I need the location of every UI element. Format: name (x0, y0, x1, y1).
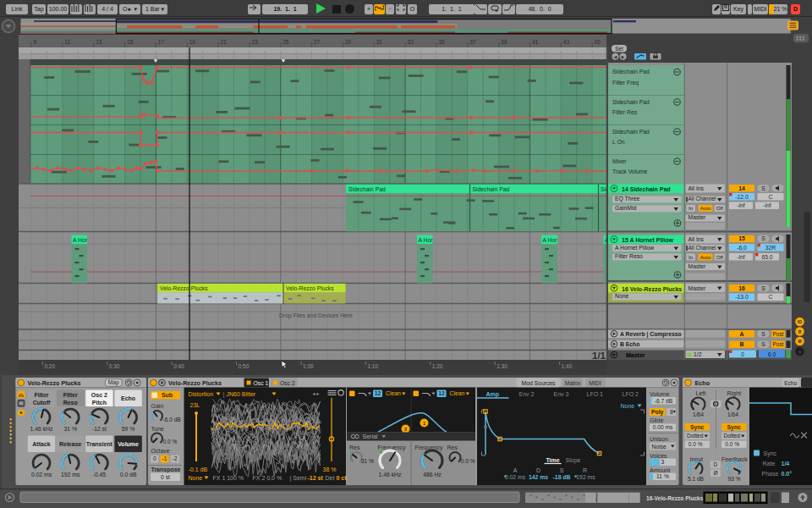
svg-text:Noise: Noise (652, 444, 667, 450)
svg-text:Auto: Auto (700, 205, 711, 211)
svg-text:0.0 %: 0.0 % (725, 441, 739, 447)
svg-text:37: 37 (469, 39, 476, 45)
svg-text:0.02 ms: 0.02 ms (505, 474, 526, 480)
svg-text:Transient: Transient (86, 441, 113, 447)
svg-text:23L: 23L (190, 402, 200, 408)
svg-text:Res: Res (349, 444, 360, 450)
svg-text:45: 45 (595, 39, 601, 45)
svg-text:None: None (189, 475, 203, 481)
svg-text:0.0 %: 0.0 % (689, 441, 703, 447)
svg-text:Env 2: Env 2 (519, 391, 535, 397)
svg-text:EQ Three: EQ Three (615, 196, 640, 202)
svg-text:Post: Post (773, 341, 784, 347)
svg-text:Amount: Amount (650, 467, 670, 473)
svg-text:3: 3 (661, 459, 665, 465)
svg-text:31 %: 31 % (63, 426, 77, 432)
svg-text:41: 41 (532, 39, 539, 45)
svg-text:Voices: Voices (650, 453, 667, 459)
svg-text:Clean: Clean (450, 390, 465, 396)
svg-text:0.0 dB: 0.0 dB (120, 472, 137, 478)
svg-text:Osc 2: Osc 2 (91, 392, 107, 398)
svg-text:Set: Set (615, 46, 623, 52)
svg-text:Velo-Rezzo Plucks: Velo-Rezzo Plucks (168, 379, 222, 387)
svg-text:All Ins: All Ins (689, 236, 705, 242)
svg-text:FX 2 0.0 %: FX 2 0.0 % (253, 475, 283, 481)
svg-text:B Echo: B Echo (620, 341, 639, 347)
svg-text:S: S (761, 185, 765, 191)
svg-text:142 ms: 142 ms (529, 474, 548, 480)
svg-text:15 A Hornet Pillow: 15 A Hornet Pillow (622, 237, 673, 243)
svg-text:Ø: Ø (713, 470, 717, 476)
svg-text:Velo-Rezzo Plucks: Velo-Rezzo Plucks (160, 285, 208, 291)
svg-text:0.0 %: 0.0 % (461, 458, 475, 464)
svg-text:S: S (560, 467, 564, 473)
svg-text:31: 31 (376, 39, 383, 45)
svg-text:1: 1 (423, 421, 425, 426)
svg-text:39: 39 (501, 39, 508, 45)
svg-text:MIDI: MIDI (589, 380, 601, 386)
svg-text:16: 16 (738, 285, 745, 291)
svg-text:1:00: 1:00 (303, 363, 314, 369)
svg-text:Sidechain Pad: Sidechain Pad (612, 69, 650, 75)
svg-text:IO: IO (798, 320, 802, 324)
svg-text:Filter Reso: Filter Reso (615, 253, 643, 259)
svg-text:192 ms: 192 ms (61, 472, 80, 478)
svg-text:A Reverb | Compresso: A Reverb | Compresso (620, 331, 682, 338)
svg-text:Dotted: Dotted (687, 433, 704, 439)
svg-text:FX 1 100 %: FX 1 100 % (213, 475, 244, 481)
svg-text:65.0: 65.0 (761, 254, 772, 260)
svg-text:Track Volume: Track Volume (612, 168, 648, 174)
svg-text:GainMid: GainMid (615, 205, 637, 211)
svg-text:Cutoff: Cutoff (33, 400, 51, 406)
svg-text:Attack: Attack (32, 441, 51, 447)
svg-text:Mixer: Mixer (612, 158, 627, 164)
svg-text:0.0°: 0.0° (782, 471, 793, 477)
svg-text:1:20: 1:20 (432, 363, 443, 369)
svg-text:192 ms: 192 ms (576, 474, 595, 480)
svg-text:LFO 2: LFO 2 (623, 391, 639, 397)
svg-text:Filter: Filter (63, 392, 78, 398)
svg-text:0:20: 0:20 (44, 363, 55, 369)
svg-text:-inf: -inf (737, 254, 745, 260)
svg-text:Echo: Echo (695, 379, 710, 387)
svg-text:Mod Sources: Mod Sources (521, 380, 556, 386)
svg-text:R: R (583, 467, 587, 473)
svg-text:29: 29 (345, 39, 352, 45)
svg-text:1:10: 1:10 (367, 363, 378, 369)
svg-text:| Semi: | Semi (290, 475, 307, 482)
svg-text:15: 15 (127, 39, 134, 45)
svg-text:-2: -2 (173, 456, 178, 461)
svg-text:16 Velo-Rezzo Plucks: 16 Velo-Rezzo Plucks (622, 286, 682, 292)
svg-text:1/64: 1/64 (727, 411, 738, 417)
svg-text:0.0 %: 0.0 % (163, 439, 178, 444)
svg-text:5.1 dB: 5.1 dB (688, 476, 705, 482)
svg-text:Dotted: Dotted (724, 433, 741, 439)
svg-text:0:50: 0:50 (239, 363, 250, 369)
svg-text:None: None (615, 293, 628, 299)
svg-text:38 %: 38 % (323, 467, 337, 472)
svg-text:Distortion: Distortion (189, 391, 214, 397)
svg-text:-inf: -inf (763, 202, 771, 208)
svg-text:A: A (513, 467, 518, 473)
svg-text:-6.7 dB: -6.7 dB (655, 398, 673, 404)
svg-text:Filter Res: Filter Res (612, 109, 638, 115)
svg-text:All Ins: All Ins (689, 185, 705, 191)
svg-text:23: 23 (251, 39, 258, 45)
svg-text:Glide: Glide (650, 417, 663, 423)
svg-text:0: 0 (153, 456, 156, 461)
svg-text:B: B (740, 341, 744, 347)
svg-text:35: 35 (438, 39, 445, 45)
svg-text:Slope: Slope (566, 457, 581, 464)
svg-text:Unison: Unison (650, 436, 668, 442)
svg-text:S: S (761, 341, 765, 347)
svg-text:14: 14 (738, 185, 745, 191)
svg-text:1/1: 1/1 (592, 351, 606, 361)
svg-text:D: D (714, 461, 718, 467)
svg-text:JN60 Bitter: JN60 Bitter (227, 391, 256, 397)
svg-text:Velo-Rezzo Plucks: Velo-Rezzo Plucks (286, 285, 334, 291)
svg-text:Auto: Auto (700, 254, 711, 260)
svg-text:1:30: 1:30 (497, 363, 508, 369)
svg-text:Env 3: Env 3 (554, 391, 569, 397)
svg-text:1/4: 1/4 (782, 461, 790, 467)
svg-text:8: 8 (670, 409, 673, 415)
